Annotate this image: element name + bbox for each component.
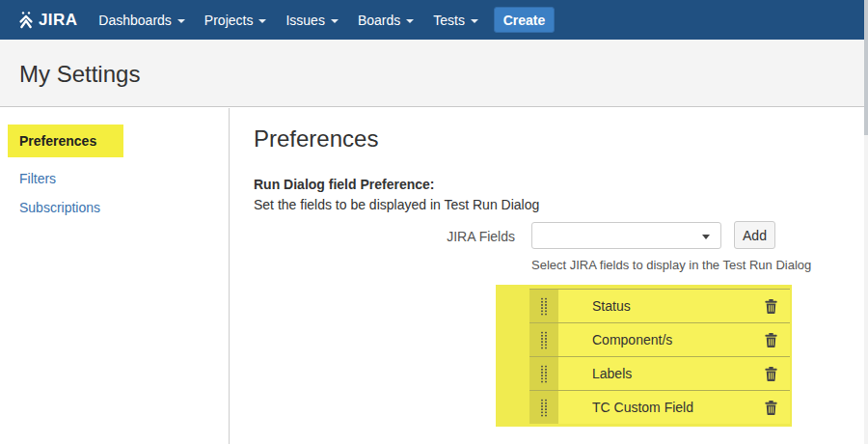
page-title: My Settings <box>19 61 140 88</box>
add-button[interactable]: Add <box>734 221 775 249</box>
jira-logo-text: JIRA <box>39 11 77 30</box>
chevron-down-icon <box>331 19 339 23</box>
trash-icon[interactable] <box>765 401 777 415</box>
field-label: TC Custom Field <box>592 391 693 425</box>
vertical-scrollbar[interactable] <box>864 0 868 444</box>
nav-item-tests[interactable]: Tests <box>423 0 488 40</box>
fields-list: Status Component/s <box>529 289 790 424</box>
drag-dots-icon <box>540 365 548 383</box>
field-label: Component/s <box>592 323 672 357</box>
run-dialog-section-subtitle: Set the fields to be displayed in Test R… <box>254 197 539 212</box>
create-button[interactable]: Create <box>494 7 555 33</box>
highlighted-fields-area: Status Component/s <box>496 285 792 427</box>
drag-handle[interactable] <box>529 323 558 356</box>
field-row-status: Status <box>529 289 790 322</box>
scrollbar-thumb[interactable] <box>864 0 868 135</box>
nav-item-issues[interactable]: Issues <box>276 0 347 40</box>
sidebar-item-subscriptions[interactable]: Subscriptions <box>19 200 100 215</box>
trash-icon[interactable] <box>765 333 777 347</box>
sidebar-item-preferences[interactable]: Preferences <box>8 125 123 157</box>
run-dialog-section-title: Run Dialog field Preference: <box>254 177 434 192</box>
jira-fields-select[interactable] <box>531 222 721 249</box>
settings-sidebar: Preferences Filters Subscriptions <box>0 108 230 444</box>
jira-logo[interactable]: JIRA <box>16 11 77 30</box>
field-row-components: Component/s <box>529 322 790 356</box>
nav-menu: Dashboards Projects Issues Boards Tests <box>89 0 488 40</box>
drag-handle[interactable] <box>529 290 558 322</box>
nav-item-projects[interactable]: Projects <box>195 0 277 40</box>
trash-icon[interactable] <box>765 367 777 381</box>
select-helper-text: Select JIRA fields to display in the Tes… <box>531 258 811 272</box>
select-caret-icon <box>702 235 710 239</box>
field-row-labels: Labels <box>529 356 790 390</box>
sidebar-item-filters[interactable]: Filters <box>19 171 56 186</box>
drag-handle[interactable] <box>529 391 558 424</box>
chevron-down-icon <box>258 19 266 23</box>
trash-icon[interactable] <box>765 299 777 314</box>
field-label: Labels <box>592 357 632 391</box>
jira-fields-label: JIRA Fields <box>385 229 515 244</box>
field-label: Status <box>592 290 631 323</box>
drag-dots-icon <box>540 399 548 417</box>
drag-handle[interactable] <box>529 357 558 390</box>
jira-charlie-icon <box>16 11 36 30</box>
chevron-down-icon <box>406 19 414 23</box>
nav-item-dashboards[interactable]: Dashboards <box>89 0 195 40</box>
drag-dots-icon <box>540 331 548 349</box>
main-content: Preferences Run Dialog field Preference:… <box>231 108 868 444</box>
nav-item-boards[interactable]: Boards <box>348 0 423 40</box>
chevron-down-icon <box>177 19 185 23</box>
top-navbar: JIRA Dashboards Projects Issues Boards T… <box>0 0 868 40</box>
drag-dots-icon <box>540 297 548 316</box>
preferences-heading: Preferences <box>254 125 378 153</box>
chevron-down-icon <box>471 19 478 23</box>
page-header: My Settings <box>0 40 868 107</box>
field-row-tc-custom-field: TC Custom Field <box>529 390 790 424</box>
